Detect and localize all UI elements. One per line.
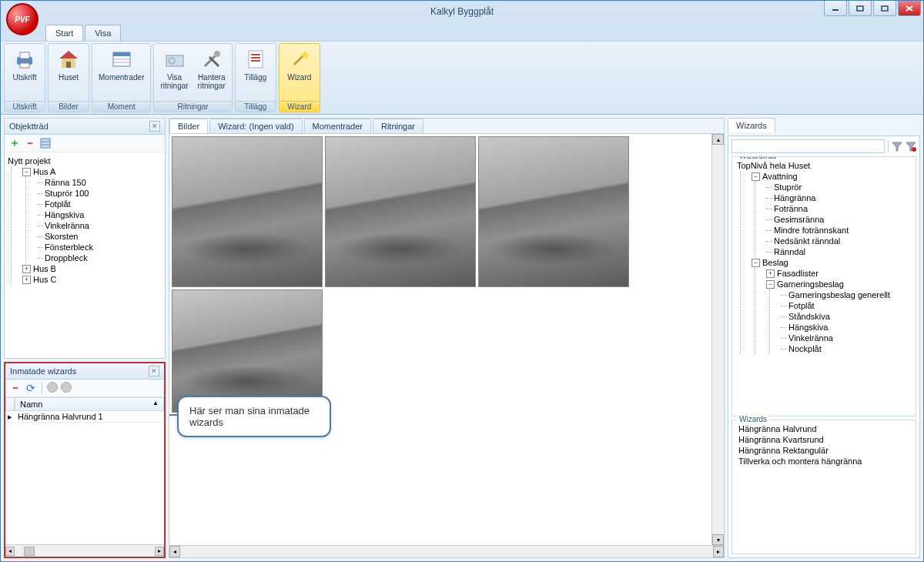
scroll-thumb[interactable] <box>24 547 35 556</box>
product-thumb[interactable] <box>172 289 323 413</box>
menu-row: PVF Start Visa <box>1 22 923 41</box>
scroll-right-icon[interactable]: ▸ <box>713 546 724 557</box>
wtree-leaf[interactable]: Nockplåt <box>779 343 912 354</box>
status-dot-1[interactable] <box>47 382 58 393</box>
wtree-leaf[interactable]: Fotränna <box>765 203 912 214</box>
close-button[interactable] <box>898 1 921 16</box>
tree-node-hus-c[interactable]: +Hus C <box>21 274 163 285</box>
menu-tab-start[interactable]: Start <box>45 25 83 41</box>
center-vscroll[interactable]: ▴ ▾ <box>711 134 724 545</box>
scroll-down-icon[interactable]: ▾ <box>712 534 724 545</box>
tree-leaf[interactable]: Stuprör 100 <box>35 188 163 199</box>
wtree-leaf[interactable]: Fotplåt <box>779 300 912 311</box>
scroll-right-icon[interactable]: ▸ <box>155 547 164 556</box>
list-icon <box>243 47 268 72</box>
tab-momentrader[interactable]: Momentrader <box>304 119 371 133</box>
tree-node-hus-a[interactable]: −Hus A <box>21 166 163 177</box>
clear-filter-icon[interactable] <box>906 141 916 152</box>
tree-leaf[interactable]: Fotplåt <box>35 199 163 209</box>
wtree-leaf[interactable]: Stuprör <box>765 182 912 192</box>
tree-leaf[interactable]: Skorsten <box>35 231 163 242</box>
wtree-leaf[interactable]: Nedsänkt ränndal <box>765 236 912 246</box>
scroll-left-icon[interactable]: ◂ <box>5 547 15 556</box>
wtree-fasadlister[interactable]: +Fasadlister <box>765 268 912 279</box>
inmatade-close-icon[interactable]: ✕ <box>149 366 159 376</box>
left-column: Objektträd ✕ ＋ － Nytt projekt −Hus A Rän… <box>4 118 166 558</box>
wtree-leaf[interactable]: Mindre fotrännskant <box>765 225 912 236</box>
wizard-list-item[interactable]: Hängränna Kvartsrund <box>735 434 912 445</box>
wtree-beslag[interactable]: −Beslag <box>750 257 912 268</box>
refresh-icon[interactable]: ⟳ <box>25 382 37 394</box>
tree-leaf[interactable]: Vinkelränna <box>35 220 163 231</box>
scroll-left-icon[interactable]: ◂ <box>169 546 180 557</box>
svg-rect-6 <box>20 52 29 59</box>
ribbon-hantera-ritningar[interactable]: Hantera ritningar <box>193 45 230 99</box>
tab-wizard[interactable]: Wizard: (Ingen vald) <box>209 119 302 133</box>
product-thumb[interactable] <box>172 136 323 287</box>
inmatade-col-namn[interactable]: Namn▲ <box>15 397 164 411</box>
wizard-list-item[interactable]: Hängränna Rektangulär <box>735 445 912 456</box>
objekt-tree[interactable]: Nytt projekt −Hus A Ränna 150 Stuprör 10… <box>5 152 165 358</box>
product-thumb[interactable] <box>478 136 629 287</box>
wizard-list[interactable]: Hängränna Halvrund Hängränna Kvartsrund … <box>735 423 912 550</box>
minimize-button[interactable] <box>824 1 847 16</box>
objekt-close-icon[interactable]: ✕ <box>149 121 160 132</box>
ribbon-wizard[interactable]: Wizard <box>281 45 318 99</box>
tree-leaf[interactable]: Hängskiva <box>35 209 163 220</box>
ribbon-momentrader[interactable]: Momentrader <box>94 45 149 99</box>
inmatade-table: Namn▲ ▸ Hängränna Halvrund 1 <box>5 397 164 544</box>
wtree-leaf[interactable]: Gesimsränna <box>765 214 912 225</box>
svg-rect-20 <box>249 51 263 68</box>
tree-root[interactable]: Nytt projekt <box>6 156 163 166</box>
delete-icon[interactable]: － <box>9 382 22 394</box>
ribbon-visa-ritningar[interactable]: Visa ritningar <box>156 45 192 99</box>
tree-leaf[interactable]: Fönsterbleck <box>35 242 163 253</box>
tab-ritningar[interactable]: Ritningar <box>373 119 424 133</box>
wtree-avattning[interactable]: −Avattning <box>750 171 912 182</box>
inmatade-hscroll[interactable]: ◂ ▸ <box>5 544 164 557</box>
tree-node-hus-b[interactable]: +Hus B <box>21 263 163 274</box>
wizard-list-item[interactable]: Hängränna Halvrund <box>735 423 912 434</box>
svg-rect-26 <box>41 139 50 148</box>
wtree-leaf[interactable]: Ränndal <box>765 246 912 257</box>
ribbon-group-tillagg: Tillägg Tillägg <box>235 43 276 112</box>
callout-bubble: Här ser man sina inmatade wizards <box>177 396 331 437</box>
wtree-leaf[interactable]: Vinkelränna <box>779 333 912 343</box>
ribbon-huset[interactable]: Huset <box>50 45 87 99</box>
menu-tab-visa[interactable]: Visa <box>85 25 121 41</box>
ribbon-tillagg[interactable]: Tillägg <box>237 45 274 99</box>
ribbon-utskrift[interactable]: Utskrift <box>6 45 43 99</box>
wizard-tree[interactable]: TopNivå hela Huset −Avattning Stuprör Hä… <box>735 160 912 413</box>
wizard-list-fieldset: Wizards Hängränna Halvrund Hängränna Kva… <box>732 420 916 554</box>
wtree-garnering[interactable]: −Garneringsbeslag <box>765 279 912 289</box>
image-area[interactable]: Här ser man sina inmatade wizards <box>169 134 711 545</box>
wtree-leaf[interactable]: Hängskiva <box>779 322 912 333</box>
center-hscroll[interactable]: ◂ ▸ <box>169 545 724 557</box>
app-button[interactable]: PVF <box>6 3 38 35</box>
filter-icon[interactable] <box>892 141 902 152</box>
svg-rect-7 <box>20 63 29 68</box>
svg-rect-12 <box>113 52 130 56</box>
svg-rect-10 <box>66 62 71 68</box>
tree-leaf[interactable]: Droppbleck <box>35 253 163 263</box>
wtree-leaf[interactable]: Garneringsbeslag generellt <box>779 289 912 300</box>
tree-leaf[interactable]: Ränna 150 <box>35 177 163 188</box>
tab-bilder[interactable]: Bilder <box>169 119 208 133</box>
wizard-search-input[interactable] <box>732 139 885 153</box>
add-icon[interactable]: ＋ <box>8 137 21 149</box>
wizard-list-item[interactable]: Tillverka och montera hängränna <box>735 456 912 467</box>
maximize-button[interactable] <box>873 1 896 16</box>
right-column: Wizards Wizardträd TopNivå hela Huset −A… <box>728 118 920 558</box>
wtree-leaf[interactable]: Ståndskiva <box>779 311 912 322</box>
restore-button[interactable] <box>849 1 872 16</box>
product-thumb[interactable] <box>325 136 476 287</box>
wtree-root[interactable]: TopNivå hela Huset <box>735 160 912 171</box>
inmatade-row[interactable]: ▸ Hängränna Halvrund 1 <box>5 411 164 423</box>
wizards-tab[interactable]: Wizards <box>728 118 775 132</box>
status-dot-2[interactable] <box>61 382 72 393</box>
remove-icon[interactable]: － <box>24 137 36 149</box>
inmatade-header: Inmatade wizards ✕ <box>5 363 164 380</box>
scroll-up-icon[interactable]: ▴ <box>712 134 724 145</box>
wtree-leaf[interactable]: Hängränna <box>765 192 912 203</box>
props-icon[interactable] <box>39 137 52 149</box>
